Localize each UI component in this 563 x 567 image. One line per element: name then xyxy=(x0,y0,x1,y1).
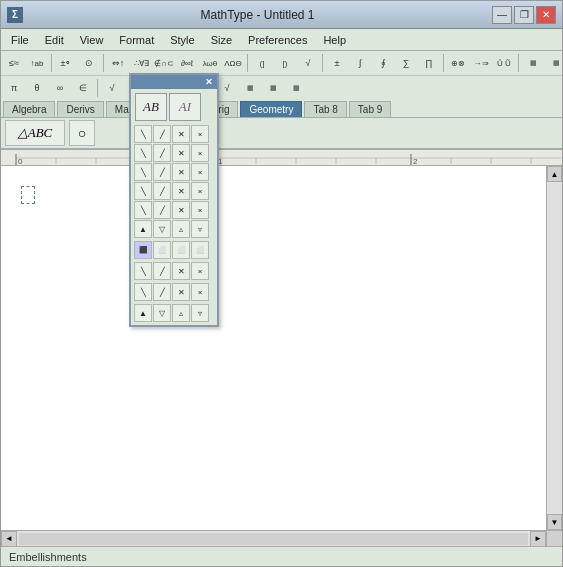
tb-r1[interactable]: ▦ xyxy=(239,77,261,99)
tb-infty[interactable]: ∞ xyxy=(49,77,71,99)
cross-btn-1b[interactable]: ╱ xyxy=(153,125,171,143)
menu-help[interactable]: Help xyxy=(315,29,354,50)
cross-btn-6b[interactable]: ▽ xyxy=(153,220,171,238)
cross-btn-3d[interactable]: × xyxy=(191,163,209,181)
scroll-track-h[interactable] xyxy=(19,533,528,545)
tab-derivs[interactable]: Derivs xyxy=(57,101,103,117)
more-btn-1b[interactable]: ╱ xyxy=(153,262,171,280)
scroll-down-button[interactable]: ▼ xyxy=(547,514,562,530)
tb-union[interactable]: ⊕⊗ xyxy=(447,52,469,74)
menu-view[interactable]: View xyxy=(72,29,112,50)
tb-Lambda[interactable]: ΛΩΘ xyxy=(222,52,244,74)
cross-btn-4b[interactable]: ╱ xyxy=(153,182,171,200)
tb-paren1[interactable]: (] xyxy=(251,52,273,74)
tb-lambda[interactable]: λωθ xyxy=(199,52,221,74)
more-btn-3d[interactable]: ▿ xyxy=(191,304,209,322)
tb-harr[interactable]: ⇔↑ xyxy=(107,52,129,74)
cross-btn-2d[interactable]: × xyxy=(191,144,209,162)
minimize-button[interactable]: — xyxy=(492,6,512,24)
size-btn-2[interactable]: ⬜ xyxy=(153,241,171,259)
tb-pi[interactable]: π xyxy=(3,77,25,99)
more-btn-1a[interactable]: ╲ xyxy=(134,262,152,280)
cross-btn-5d[interactable]: × xyxy=(191,201,209,219)
more-btn-2b[interactable]: ╱ xyxy=(153,283,171,301)
cross-btn-3b[interactable]: ╱ xyxy=(153,163,171,181)
tab-8[interactable]: Tab 8 xyxy=(304,101,346,117)
tb-arrow-up[interactable]: ↑ab xyxy=(26,52,48,74)
tab-geometry[interactable]: Geometry xyxy=(240,101,302,117)
tb-pm2[interactable]: ± xyxy=(326,52,348,74)
cross-btn-5c[interactable]: ✕ xyxy=(172,201,190,219)
more-btn-3a[interactable]: ▲ xyxy=(134,304,152,322)
editor-area[interactable]: ▲ ▼ ◄ ► xyxy=(1,166,562,546)
geo-sym-circle[interactable]: ○ xyxy=(69,120,95,146)
cross-btn-4c[interactable]: ✕ xyxy=(172,182,190,200)
tb-therefore[interactable]: ∴∀∃ xyxy=(130,52,152,74)
menu-edit[interactable]: Edit xyxy=(37,29,72,50)
tb-Uarr[interactable]: Û Ũ xyxy=(493,52,515,74)
geo-sym-triangle-abc[interactable]: △ABC xyxy=(5,120,65,146)
more-btn-3c[interactable]: ▵ xyxy=(172,304,190,322)
tb-r2[interactable]: ▦ xyxy=(262,77,284,99)
cross-btn-4a[interactable]: ╲ xyxy=(134,182,152,200)
cross-btn-2b[interactable]: ╱ xyxy=(153,144,171,162)
cross-btn-3a[interactable]: ╲ xyxy=(134,163,152,181)
style-btn-ab[interactable]: AB xyxy=(135,93,167,121)
tb-notin[interactable]: ∉∩⊂ xyxy=(153,52,175,74)
style-btn-ai[interactable]: AI xyxy=(169,93,201,121)
cross-btn-6a[interactable]: ▲ xyxy=(134,220,152,238)
cross-btn-1a[interactable]: ╲ xyxy=(134,125,152,143)
cross-btn-1d[interactable]: × xyxy=(191,125,209,143)
size-btn-3[interactable]: ⬜ xyxy=(172,241,190,259)
tb-theta[interactable]: θ xyxy=(26,77,48,99)
tb-prod[interactable]: ∏ xyxy=(418,52,440,74)
scroll-left-button[interactable]: ◄ xyxy=(1,531,17,547)
tb-leq[interactable]: ≤≈ xyxy=(3,52,25,74)
menu-style[interactable]: Style xyxy=(162,29,202,50)
tb-partial[interactable]: ∂∞ℓ xyxy=(176,52,198,74)
tb-paren2[interactable]: [) xyxy=(274,52,296,74)
tb-matrix2[interactable]: ▦ xyxy=(545,52,563,74)
menu-size[interactable]: Size xyxy=(203,29,240,50)
cross-btn-6c[interactable]: ▵ xyxy=(172,220,190,238)
tb-r3[interactable]: ▦ xyxy=(285,77,307,99)
tb-sqrt[interactable]: √ xyxy=(297,52,319,74)
style-overlay-close[interactable]: ✕ xyxy=(205,77,213,87)
cross-btn-5a[interactable]: ╲ xyxy=(134,201,152,219)
menu-format[interactable]: Format xyxy=(111,29,162,50)
tb-pm[interactable]: ±∘ xyxy=(55,52,77,74)
cross-btn-1c[interactable]: ✕ xyxy=(172,125,190,143)
tb-matrix1[interactable]: ▦ xyxy=(522,52,544,74)
more-btn-3b[interactable]: ▽ xyxy=(153,304,171,322)
menu-file[interactable]: File xyxy=(3,29,37,50)
tb-arr2[interactable]: →⇒ xyxy=(470,52,492,74)
size-btn-4[interactable]: ⬜ xyxy=(191,241,209,259)
more-btn-1c[interactable]: ✕ xyxy=(172,262,190,280)
cross-btn-2c[interactable]: ✕ xyxy=(172,144,190,162)
cross-btn-4d[interactable]: × xyxy=(191,182,209,200)
more-btn-2a[interactable]: ╲ xyxy=(134,283,152,301)
tb-elem[interactable]: ∈ xyxy=(72,77,94,99)
cross-btn-2a[interactable]: ╲ xyxy=(134,144,152,162)
scrollbar-horizontal[interactable]: ◄ ► xyxy=(1,530,546,546)
close-button[interactable]: ✕ xyxy=(536,6,556,24)
menu-preferences[interactable]: Preferences xyxy=(240,29,315,50)
more-btn-1d[interactable]: × xyxy=(191,262,209,280)
more-btn-2c[interactable]: ✕ xyxy=(172,283,190,301)
tab-algebra[interactable]: Algebra xyxy=(3,101,55,117)
scroll-up-button[interactable]: ▲ xyxy=(547,166,562,182)
cross-btn-5b[interactable]: ╱ xyxy=(153,201,171,219)
tb-dot[interactable]: ⊙ xyxy=(78,52,100,74)
tab-9[interactable]: Tab 9 xyxy=(349,101,391,117)
tb-contour[interactable]: ∮ xyxy=(372,52,394,74)
cross-btn-3c[interactable]: ✕ xyxy=(172,163,190,181)
cross-btn-6d[interactable]: ▿ xyxy=(191,220,209,238)
tb-integral[interactable]: ∫ xyxy=(349,52,371,74)
tb-sqrtsym[interactable]: √ xyxy=(216,77,238,99)
size-btn-1[interactable]: ⬛ xyxy=(134,241,152,259)
tb-sqrt2[interactable]: √ xyxy=(101,77,123,99)
tb-sum[interactable]: ∑ xyxy=(395,52,417,74)
restore-button[interactable]: ❐ xyxy=(514,6,534,24)
scrollbar-vertical[interactable]: ▲ ▼ xyxy=(546,166,562,530)
more-btn-2d[interactable]: × xyxy=(191,283,209,301)
